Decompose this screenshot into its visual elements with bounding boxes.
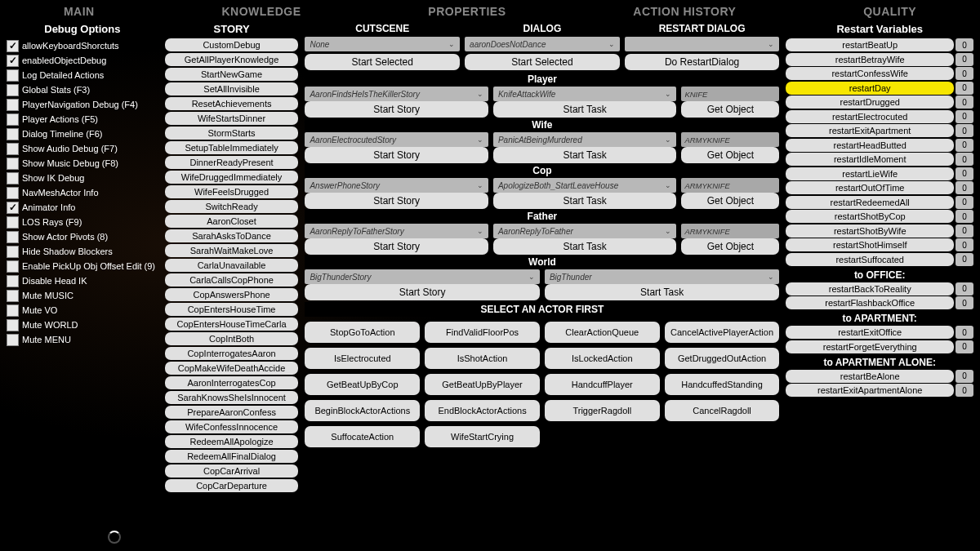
nav-action-history[interactable]: ACTION HISTORY xyxy=(633,5,736,18)
start-task-button[interactable]: Start Task xyxy=(493,238,677,255)
story-button[interactable]: StormStarts xyxy=(165,127,299,140)
restart-button[interactable]: restartShotByCop xyxy=(786,210,954,223)
story-button[interactable]: SetupTableImmediately xyxy=(165,141,299,154)
story-button[interactable]: DinnerReadyPresent xyxy=(165,156,299,169)
get-object-button[interactable]: Get Object xyxy=(681,147,779,163)
debug-checkbox[interactable] xyxy=(7,172,19,184)
restart-button[interactable]: restartSuffocated xyxy=(786,253,954,266)
action-button[interactable]: WifeStartCrying xyxy=(425,426,540,447)
debug-checkbox[interactable]: ✓ xyxy=(7,55,19,67)
dialog-start-button[interactable]: Start Selected xyxy=(465,54,620,70)
do-restart-dialog-button[interactable]: Do RestartDialog xyxy=(625,54,780,70)
story-button[interactable]: RedeemAllFinalDialog xyxy=(165,450,299,463)
actor-task-dropdown[interactable]: AaronReplyToFather⌄ xyxy=(493,224,677,238)
restart-button[interactable]: restartOutOfTime xyxy=(786,181,954,194)
restart-button[interactable]: restartBeatUp xyxy=(786,38,954,51)
story-button[interactable]: CopEntersHouseTime xyxy=(165,303,299,316)
action-button[interactable]: TriggerRagdoll xyxy=(545,400,660,421)
action-button[interactable]: EndBlockActorActions xyxy=(425,400,540,421)
actor-object-field[interactable]: KNIFE xyxy=(681,87,779,101)
actor-story-dropdown[interactable]: AaronReplyToFatherStory⌄ xyxy=(305,224,488,238)
story-button[interactable]: WifeConfessInnocence xyxy=(165,420,299,433)
story-button[interactable]: CopEntersHouseTimeCarla xyxy=(165,318,299,331)
restart-button[interactable]: restartHeadButted xyxy=(786,139,954,152)
start-task-button[interactable]: Start Task xyxy=(545,284,780,300)
nav-properties[interactable]: PROPERTIES xyxy=(428,5,506,18)
start-story-button[interactable]: Start Story xyxy=(305,193,488,209)
actor-task-dropdown[interactable]: ApologizeBoth_StartLeaveHouse⌄ xyxy=(493,178,677,193)
debug-checkbox[interactable] xyxy=(7,128,19,140)
restart-button[interactable]: restartBeAlone xyxy=(786,370,954,383)
start-story-button[interactable]: Start Story xyxy=(305,284,540,300)
debug-checkbox[interactable] xyxy=(7,143,19,155)
actor-object-field[interactable]: ARMYKNIFE xyxy=(681,224,779,238)
story-button[interactable]: CopIntBoth xyxy=(165,332,299,345)
restart-button[interactable]: restartExitApartment xyxy=(786,124,954,137)
story-button[interactable]: RedeemAllApologize xyxy=(165,435,299,448)
actor-task-dropdown[interactable]: KnifeAttackWife⌄ xyxy=(493,87,677,101)
nav-main[interactable]: MAIN xyxy=(64,5,95,18)
debug-checkbox[interactable] xyxy=(7,216,19,229)
start-story-button[interactable]: Start Story xyxy=(305,147,488,163)
story-button[interactable]: StartNewGame xyxy=(165,68,299,81)
action-button[interactable]: GetBeatUpByCop xyxy=(305,374,420,395)
start-task-button[interactable]: Start Task xyxy=(493,193,677,209)
action-button[interactable]: IsShotAction xyxy=(425,348,540,369)
debug-checkbox[interactable] xyxy=(7,290,19,302)
restart-button[interactable]: restartDrugged xyxy=(786,96,954,109)
restart-button[interactable]: restartFlashbackOffice xyxy=(786,296,954,309)
restart-button[interactable]: restartBackToReality xyxy=(786,282,954,295)
debug-checkbox[interactable] xyxy=(7,260,19,273)
cutscene-dropdown[interactable]: None ⌄ xyxy=(305,37,460,51)
restart-button[interactable]: restartExitApartmentAlone xyxy=(786,384,954,397)
action-button[interactable]: ClearActionQueue xyxy=(545,322,660,343)
action-button[interactable]: IsElectrocuted xyxy=(305,348,420,369)
story-button[interactable]: WifeFeelsDrugged xyxy=(165,185,299,198)
actor-story-dropdown[interactable]: AnswerPhoneStory⌄ xyxy=(305,178,488,193)
story-button[interactable]: ResetAchievements xyxy=(165,97,299,110)
debug-checkbox[interactable] xyxy=(7,69,19,82)
debug-checkbox[interactable] xyxy=(7,304,19,317)
restart-button[interactable]: restartExitOffice xyxy=(786,326,954,339)
story-button[interactable]: AaronInterrogatesCop xyxy=(165,376,299,389)
story-button[interactable]: CopInterrogatesAaron xyxy=(165,347,299,360)
restart-button[interactable]: restartDay xyxy=(786,82,954,95)
restart-button[interactable]: restartShotByWife xyxy=(786,224,954,238)
debug-checkbox[interactable] xyxy=(7,334,19,346)
story-button[interactable]: CarlaCallsCopPhone xyxy=(165,273,299,287)
dialog-dropdown[interactable]: aaronDoesNotDance ⌄ xyxy=(465,37,620,51)
action-button[interactable]: GetDruggedOutAction xyxy=(665,348,780,369)
nav-quality[interactable]: QUALITY xyxy=(863,5,916,18)
story-button[interactable]: SarahAsksToDance xyxy=(165,229,299,242)
cutscene-start-button[interactable]: Start Selected xyxy=(305,54,460,70)
restart-button[interactable]: restartIdleMoment xyxy=(786,153,954,166)
debug-checkbox[interactable] xyxy=(7,158,19,170)
debug-checkbox[interactable] xyxy=(7,319,19,331)
restart-button[interactable]: restartShotHimself xyxy=(786,238,954,251)
restart-button[interactable]: restartRedeemedAll xyxy=(786,196,954,209)
story-button[interactable]: AaronCloset xyxy=(165,215,299,228)
restart-button[interactable]: restartConfessWife xyxy=(786,67,954,80)
action-button[interactable]: CancelRagdoll xyxy=(665,400,780,421)
start-task-button[interactable]: Start Task xyxy=(493,101,677,118)
get-object-button[interactable]: Get Object xyxy=(681,238,779,255)
debug-checkbox[interactable] xyxy=(7,246,19,258)
action-button[interactable]: IsLockedAction xyxy=(545,348,660,369)
story-button[interactable]: CopCarDeparture xyxy=(165,479,299,492)
story-button[interactable]: PrepareAaronConfess xyxy=(165,406,299,419)
action-button[interactable]: StopGoToAction xyxy=(305,322,420,343)
debug-checkbox[interactable] xyxy=(7,99,19,111)
debug-checkbox[interactable] xyxy=(7,113,19,126)
debug-checkbox[interactable]: ✓ xyxy=(7,202,19,214)
get-object-button[interactable]: Get Object xyxy=(681,193,779,209)
action-button[interactable]: FindValidFloorPos xyxy=(425,322,540,343)
get-object-button[interactable]: Get Object xyxy=(681,101,779,118)
actor-story-dropdown[interactable]: AaronFindsHeIsTheKillerStory⌄ xyxy=(305,87,488,101)
actor-object-field[interactable]: ARMYKNIFE xyxy=(681,178,779,193)
action-button[interactable]: CancelActivePlayerAction xyxy=(665,322,780,343)
actor-task-dropdown[interactable]: PanicAtBeingMurdered⌄ xyxy=(493,132,677,147)
story-button[interactable]: CopAnswersPhone xyxy=(165,288,299,301)
action-button[interactable]: HandcuffedStanding xyxy=(665,374,780,395)
restart-button[interactable]: restartBetrayWife xyxy=(786,53,954,66)
actor-object-field[interactable]: ARMYKNIFE xyxy=(681,132,779,147)
